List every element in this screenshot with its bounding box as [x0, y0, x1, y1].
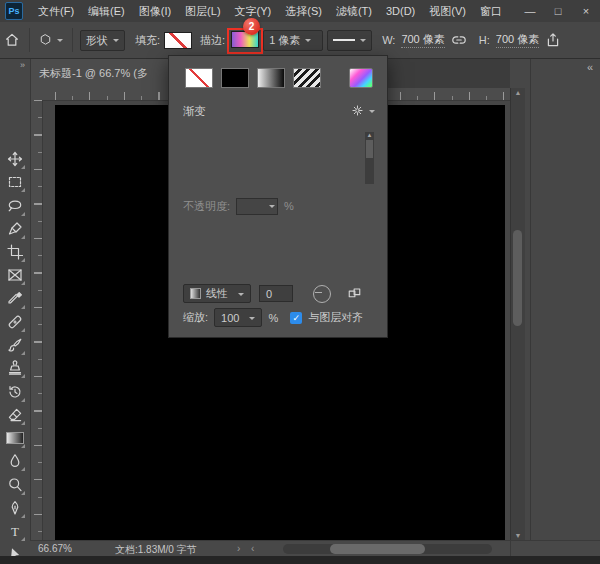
minimize-button[interactable]: — [516, 0, 544, 22]
eraser-tool[interactable] [4, 404, 26, 426]
angle-dial[interactable] [313, 285, 331, 303]
export-icon[interactable] [545, 32, 561, 48]
horizontal-scroll-thumb[interactable] [330, 544, 425, 554]
close-button[interactable]: × [572, 0, 600, 22]
brush-tool[interactable] [4, 334, 26, 356]
scroll-up-icon[interactable]: ▲ [511, 89, 525, 96]
menu-item-2[interactable]: 图像(I) [132, 0, 178, 22]
width-field[interactable]: 700 像素 [401, 32, 444, 48]
status-flyout-arrows[interactable]: › ‹ [237, 543, 258, 554]
toolbar-collapse-button[interactable]: » [0, 58, 30, 72]
rectangular-marquee-tool[interactable] [4, 171, 26, 193]
frame-tool[interactable] [4, 264, 26, 286]
chevron-down-icon [113, 39, 119, 45]
height-label: H: [479, 34, 490, 46]
gradient-style-icon [190, 288, 201, 299]
panel-dock: « [530, 58, 600, 556]
tool-mode-select[interactable]: 形状 [80, 30, 125, 51]
lasso-icon [7, 198, 23, 214]
options-bar: 形状 填充: 描边: 2 1 像素 W: 700 像素 H: 700 像素 [0, 22, 600, 59]
align-checkbox[interactable]: ✓ [290, 312, 302, 324]
scroll-up-icon[interactable]: ▲ [367, 132, 373, 138]
gradient-section-header: 渐变 [183, 102, 375, 120]
quick-selection-tool[interactable] [4, 218, 26, 240]
height-field[interactable]: 700 像素 [496, 32, 539, 48]
menu-item-8[interactable]: 视图(V) [422, 0, 473, 22]
fill-label: 填充: [135, 33, 160, 48]
eyedropper-icon [7, 291, 23, 307]
menu-item-3[interactable]: 图层(L) [178, 0, 227, 22]
stroke-width-select[interactable]: 1 像素 [263, 30, 323, 51]
align-label: 与图层对齐 [308, 310, 363, 325]
separator [510, 541, 511, 557]
eyedropper-tool[interactable] [4, 288, 26, 310]
scroll-down-icon[interactable]: ▼ [511, 532, 525, 539]
clone-stamp-tool[interactable] [4, 357, 26, 379]
stroke-label: 描边: [200, 33, 225, 48]
gradient-style-row: 线性 0 [183, 284, 362, 303]
history-brush-tool[interactable] [4, 381, 26, 403]
healing-brush-tool[interactable] [4, 311, 26, 333]
no-color-button[interactable] [185, 68, 213, 88]
home-icon[interactable] [4, 32, 20, 48]
crop-icon [7, 244, 23, 260]
dock-collapse-button[interactable]: « [531, 58, 600, 76]
chevron-down-icon [249, 317, 255, 323]
reverse-icon[interactable] [347, 286, 362, 301]
tool-bar: » T [0, 58, 31, 564]
menu-bar: Ps 文件(F)编辑(E)图像(I)图层(L)文字(Y)选择(S)滤镜(T)3D… [0, 0, 600, 23]
vertical-scroll-thumb[interactable] [513, 230, 522, 326]
move-tool[interactable] [4, 148, 26, 170]
dodge-tool[interactable] [4, 474, 26, 496]
tool-preset-dropdown[interactable] [39, 33, 63, 48]
presets-scroll-thumb[interactable] [366, 140, 373, 158]
clone-stamp-icon [7, 360, 23, 376]
link-dimensions-icon[interactable] [451, 32, 467, 48]
opacity-input[interactable] [236, 198, 278, 215]
chevron-down-icon [360, 39, 366, 45]
blur-tool[interactable] [4, 450, 26, 472]
chevron-down-icon [269, 205, 275, 211]
crop-tool[interactable] [4, 241, 26, 263]
document-info: 文档:1.83M/0 字节 [115, 543, 197, 557]
lasso-tool[interactable] [4, 195, 26, 217]
zoom-level[interactable]: 66.67% [38, 543, 72, 554]
fill-swatch[interactable] [164, 32, 192, 49]
type-tool[interactable]: T [4, 520, 26, 542]
vertical-ruler[interactable] [30, 100, 43, 540]
gear-icon[interactable] [351, 104, 375, 119]
stroke-swatch-wrap: 2 [231, 31, 259, 50]
solid-color-button[interactable] [221, 68, 249, 88]
chevron-down-icon [238, 293, 244, 299]
stroke-style-select[interactable] [327, 30, 372, 51]
frame-icon [7, 267, 23, 283]
pattern-button[interactable] [293, 68, 321, 88]
separator [29, 28, 30, 52]
horizontal-scrollbar[interactable] [283, 544, 492, 554]
menu-item-9[interactable]: 窗口 [473, 0, 509, 22]
menu-items: 文件(F)编辑(E)图像(I)图层(L)文字(Y)选择(S)滤镜(T)3D(D)… [31, 0, 509, 22]
gradient-style-select[interactable]: 线性 [183, 284, 251, 303]
vertical-scrollbar[interactable]: ▲ ▼ [510, 88, 525, 540]
angle-input[interactable]: 0 [259, 285, 293, 302]
menu-item-1[interactable]: 编辑(E) [81, 0, 132, 22]
menu-item-7[interactable]: 3D(D) [379, 0, 422, 22]
menu-item-0[interactable]: 文件(F) [31, 0, 81, 22]
pen-tool[interactable] [4, 497, 26, 519]
opacity-unit: % [284, 200, 294, 212]
menu-item-6[interactable]: 滤镜(T) [329, 0, 379, 22]
line-style-preview [333, 39, 355, 41]
window-controls: — □ × [516, 0, 600, 22]
chevron-down-icon [57, 39, 63, 45]
gradient-button[interactable] [257, 68, 285, 88]
photoshop-logo: Ps [5, 2, 23, 20]
presets-scrollbar[interactable]: ▲ [365, 132, 374, 184]
maximize-button[interactable]: □ [544, 0, 572, 22]
color-picker-button[interactable] [349, 68, 373, 88]
quick-selection-icon [7, 221, 23, 237]
scale-select[interactable]: 100 [214, 308, 262, 327]
gradient-editor [169, 214, 387, 278]
menu-item-5[interactable]: 选择(S) [278, 0, 329, 22]
gradient-tool[interactable] [4, 427, 26, 449]
chevron-down-icon [305, 39, 311, 45]
